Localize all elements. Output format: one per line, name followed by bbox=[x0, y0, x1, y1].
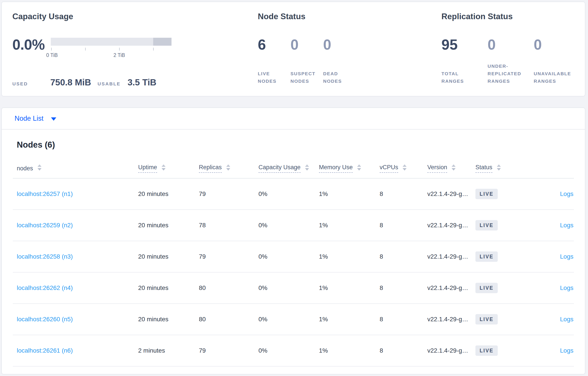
cell-node: localhost:26257 (n1) bbox=[17, 190, 73, 198]
suspect-nodes-stat: 0 SUSPECT NODES bbox=[291, 37, 316, 85]
cell-status: LIVE bbox=[475, 345, 498, 356]
used-value: 750.8 MiB bbox=[50, 77, 98, 87]
cell-memory-use: 1% bbox=[319, 347, 328, 354]
cell-status: LIVE bbox=[475, 314, 498, 324]
cluster-summary-card: Capacity Usage 0.0% 0 TiB 2 TiB USED bbox=[1, 1, 585, 96]
cell-node: localhost:26261 (n6) bbox=[17, 347, 73, 354]
logs-link[interactable]: Logs bbox=[560, 222, 573, 229]
cell-capacity-usage: 0% bbox=[258, 347, 267, 354]
cell-vcpus: 8 bbox=[380, 316, 383, 323]
logs-link[interactable]: Logs bbox=[560, 190, 573, 197]
logs-link[interactable]: Logs bbox=[560, 347, 573, 354]
cell-version: v22.1.4-29-g… bbox=[427, 253, 468, 260]
cell-memory-use: 1% bbox=[319, 284, 328, 292]
cell-replicas: 78 bbox=[199, 222, 206, 229]
cell-node: localhost:26260 (n5) bbox=[17, 316, 73, 323]
node-link[interactable]: localhost:26261 (n6) bbox=[17, 347, 73, 354]
sort-icon[interactable] bbox=[226, 164, 230, 171]
cell-uptime: 20 minutes bbox=[138, 253, 168, 260]
dead-nodes-stat: 0 DEAD NODES bbox=[323, 37, 349, 85]
cell-version: v22.1.4-29-g… bbox=[427, 347, 468, 354]
cell-memory-use: 1% bbox=[319, 253, 328, 260]
replication-status-title: Replication Status bbox=[441, 12, 583, 21]
logs-link[interactable]: Logs bbox=[560, 253, 573, 260]
cell-capacity-usage: 0% bbox=[258, 190, 267, 198]
cell-version: v22.1.4-29-g… bbox=[427, 316, 468, 323]
column-header-uptime[interactable]: Uptime bbox=[138, 164, 166, 173]
cell-node: localhost:26259 (n2) bbox=[17, 222, 73, 229]
cell-logs: Logs bbox=[560, 253, 573, 260]
cell-capacity-usage: 0% bbox=[258, 284, 267, 292]
chevron-down-icon bbox=[51, 117, 56, 121]
column-header-label: Replicas bbox=[199, 164, 222, 173]
column-header-vcpus[interactable]: vCPUs bbox=[380, 164, 407, 173]
cell-uptime: 20 minutes bbox=[138, 316, 168, 323]
logs-link[interactable]: Logs bbox=[560, 284, 573, 291]
column-header-label: Status bbox=[475, 164, 493, 173]
cell-memory-use: 1% bbox=[319, 190, 328, 198]
unavailable-ranges-stat: 0 UNAVAILABLE RANGES bbox=[534, 37, 575, 85]
table-row: localhost:26259 (n2)20 minutes780%1%8v22… bbox=[13, 210, 574, 241]
capacity-percent: 0.0% bbox=[12, 37, 51, 58]
capacity-tick-label-0: 0 TiB bbox=[46, 52, 58, 58]
cell-logs: Logs bbox=[560, 284, 573, 292]
cell-capacity-usage: 0% bbox=[258, 316, 267, 323]
cell-replicas: 80 bbox=[199, 316, 206, 323]
cell-status: LIVE bbox=[475, 189, 498, 199]
column-header-label: Uptime bbox=[138, 164, 157, 173]
node-link[interactable]: localhost:26260 (n5) bbox=[17, 316, 73, 323]
sort-icon[interactable] bbox=[452, 164, 456, 171]
node-link[interactable]: localhost:26262 (n4) bbox=[17, 284, 73, 291]
capacity-bar: 0 TiB 2 TiB bbox=[51, 37, 171, 58]
column-header-replicas[interactable]: Replicas bbox=[199, 164, 230, 173]
status-badge: LIVE bbox=[475, 283, 498, 293]
live-nodes-stat: 6 LIVE NODES bbox=[258, 37, 284, 85]
node-list-dropdown[interactable]: Node List bbox=[2, 108, 585, 130]
cell-logs: Logs bbox=[560, 190, 573, 198]
cell-node: localhost:26262 (n4) bbox=[17, 284, 73, 292]
dead-nodes-value: 0 bbox=[323, 37, 349, 52]
replication-status-section: Replication Status 95 TOTAL RANGES 0 UND… bbox=[441, 2, 583, 85]
nodes-section: Nodes (6) nodesUptimeReplicasCapacity Us… bbox=[2, 130, 585, 366]
sort-icon[interactable] bbox=[357, 164, 361, 171]
nodes-section-title: Nodes (6) bbox=[17, 140, 574, 150]
table-row: localhost:26257 (n1)20 minutes790%1%8v22… bbox=[13, 178, 574, 210]
cell-replicas: 79 bbox=[199, 253, 206, 260]
total-ranges-stat: 95 TOTAL RANGES bbox=[441, 37, 482, 85]
column-header-nodes[interactable]: nodes bbox=[17, 164, 42, 172]
sort-icon[interactable] bbox=[497, 164, 501, 171]
node-link[interactable]: localhost:26257 (n1) bbox=[17, 190, 73, 197]
column-header-label: Memory Use bbox=[319, 164, 353, 173]
cell-version: v22.1.4-29-g… bbox=[427, 284, 468, 292]
live-nodes-label: LIVE NODES bbox=[258, 70, 284, 85]
suspect-nodes-value: 0 bbox=[291, 37, 316, 52]
column-header-status[interactable]: Status bbox=[475, 164, 501, 173]
cell-uptime: 20 minutes bbox=[138, 284, 168, 292]
sort-icon[interactable] bbox=[38, 164, 42, 171]
node-link[interactable]: localhost:26259 (n2) bbox=[17, 222, 73, 229]
node-link[interactable]: localhost:26258 (n3) bbox=[17, 253, 73, 260]
logs-link[interactable]: Logs bbox=[560, 316, 573, 323]
sort-icon[interactable] bbox=[162, 164, 166, 171]
cell-uptime: 20 minutes bbox=[138, 190, 168, 198]
status-badge: LIVE bbox=[475, 345, 498, 356]
dead-nodes-label: DEAD NODES bbox=[323, 70, 349, 85]
sort-icon[interactable] bbox=[403, 164, 407, 171]
status-badge: LIVE bbox=[475, 220, 498, 230]
cell-vcpus: 8 bbox=[380, 253, 383, 260]
sort-icon[interactable] bbox=[305, 164, 309, 171]
node-list-card: Node List Nodes (6) nodesUptimeReplicasC… bbox=[1, 107, 585, 375]
total-ranges-value: 95 bbox=[441, 37, 482, 52]
under-replicated-ranges-value: 0 bbox=[488, 37, 528, 52]
cell-memory-use: 1% bbox=[319, 316, 328, 323]
column-header-capacity-usage[interactable]: Capacity Usage bbox=[258, 164, 309, 173]
node-status-section: Node Status 6 LIVE NODES 0 SUSPECT NODES… bbox=[258, 2, 381, 85]
table-row: localhost:26258 (n3)20 minutes790%1%8v22… bbox=[13, 241, 574, 272]
total-ranges-label: TOTAL RANGES bbox=[441, 70, 482, 85]
used-label: USED bbox=[12, 81, 50, 86]
column-header-version[interactable]: Version bbox=[427, 164, 456, 173]
cell-status: LIVE bbox=[475, 220, 498, 230]
column-header-label: Capacity Usage bbox=[258, 164, 301, 173]
capacity-tick-label-2: 2 TiB bbox=[114, 52, 125, 58]
column-header-memory-use[interactable]: Memory Use bbox=[319, 164, 361, 173]
